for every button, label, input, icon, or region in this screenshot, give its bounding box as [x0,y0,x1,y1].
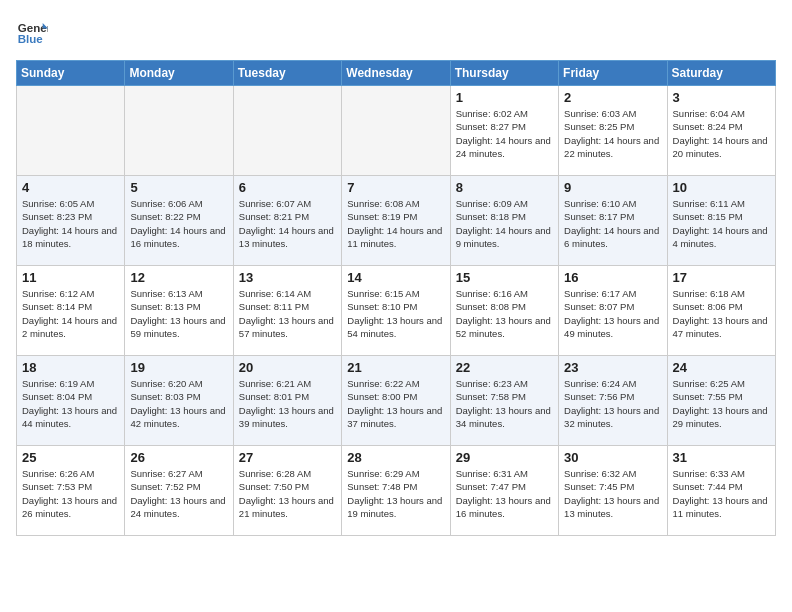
calendar-cell [17,86,125,176]
cell-info: Sunrise: 6:17 AMSunset: 8:07 PMDaylight:… [564,287,661,340]
cell-info: Sunrise: 6:06 AMSunset: 8:22 PMDaylight:… [130,197,227,250]
cell-info: Sunrise: 6:16 AMSunset: 8:08 PMDaylight:… [456,287,553,340]
day-number: 31 [673,450,770,465]
day-number: 3 [673,90,770,105]
day-number: 6 [239,180,336,195]
calendar-cell: 12Sunrise: 6:13 AMSunset: 8:13 PMDayligh… [125,266,233,356]
calendar-table: SundayMondayTuesdayWednesdayThursdayFrid… [16,60,776,536]
cell-info: Sunrise: 6:08 AMSunset: 8:19 PMDaylight:… [347,197,444,250]
calendar-cell: 10Sunrise: 6:11 AMSunset: 8:15 PMDayligh… [667,176,775,266]
calendar-cell [125,86,233,176]
day-number: 2 [564,90,661,105]
svg-text:Blue: Blue [18,33,44,45]
cell-info: Sunrise: 6:31 AMSunset: 7:47 PMDaylight:… [456,467,553,520]
cell-info: Sunrise: 6:04 AMSunset: 8:24 PMDaylight:… [673,107,770,160]
cell-info: Sunrise: 6:29 AMSunset: 7:48 PMDaylight:… [347,467,444,520]
calendar-cell: 25Sunrise: 6:26 AMSunset: 7:53 PMDayligh… [17,446,125,536]
calendar-cell: 16Sunrise: 6:17 AMSunset: 8:07 PMDayligh… [559,266,667,356]
calendar-cell: 13Sunrise: 6:14 AMSunset: 8:11 PMDayligh… [233,266,341,356]
calendar-cell: 2Sunrise: 6:03 AMSunset: 8:25 PMDaylight… [559,86,667,176]
cell-info: Sunrise: 6:05 AMSunset: 8:23 PMDaylight:… [22,197,119,250]
day-number: 10 [673,180,770,195]
day-number: 27 [239,450,336,465]
cell-info: Sunrise: 6:02 AMSunset: 8:27 PMDaylight:… [456,107,553,160]
cell-info: Sunrise: 6:18 AMSunset: 8:06 PMDaylight:… [673,287,770,340]
cell-info: Sunrise: 6:25 AMSunset: 7:55 PMDaylight:… [673,377,770,430]
cell-info: Sunrise: 6:19 AMSunset: 8:04 PMDaylight:… [22,377,119,430]
cell-info: Sunrise: 6:20 AMSunset: 8:03 PMDaylight:… [130,377,227,430]
cell-info: Sunrise: 6:28 AMSunset: 7:50 PMDaylight:… [239,467,336,520]
day-number: 26 [130,450,227,465]
calendar-cell: 27Sunrise: 6:28 AMSunset: 7:50 PMDayligh… [233,446,341,536]
cell-info: Sunrise: 6:26 AMSunset: 7:53 PMDaylight:… [22,467,119,520]
page-header: General Blue [16,16,776,48]
calendar-cell: 11Sunrise: 6:12 AMSunset: 8:14 PMDayligh… [17,266,125,356]
day-header-wednesday: Wednesday [342,61,450,86]
calendar-cell: 4Sunrise: 6:05 AMSunset: 8:23 PMDaylight… [17,176,125,266]
cell-info: Sunrise: 6:22 AMSunset: 8:00 PMDaylight:… [347,377,444,430]
day-number: 1 [456,90,553,105]
day-number: 22 [456,360,553,375]
calendar-cell: 1Sunrise: 6:02 AMSunset: 8:27 PMDaylight… [450,86,558,176]
calendar-cell: 28Sunrise: 6:29 AMSunset: 7:48 PMDayligh… [342,446,450,536]
calendar-cell: 26Sunrise: 6:27 AMSunset: 7:52 PMDayligh… [125,446,233,536]
day-number: 29 [456,450,553,465]
calendar-cell: 9Sunrise: 6:10 AMSunset: 8:17 PMDaylight… [559,176,667,266]
calendar-cell [342,86,450,176]
calendar-cell: 20Sunrise: 6:21 AMSunset: 8:01 PMDayligh… [233,356,341,446]
logo-icon: General Blue [16,16,48,48]
cell-info: Sunrise: 6:10 AMSunset: 8:17 PMDaylight:… [564,197,661,250]
cell-info: Sunrise: 6:15 AMSunset: 8:10 PMDaylight:… [347,287,444,340]
calendar-cell: 24Sunrise: 6:25 AMSunset: 7:55 PMDayligh… [667,356,775,446]
calendar-cell: 6Sunrise: 6:07 AMSunset: 8:21 PMDaylight… [233,176,341,266]
calendar-cell: 17Sunrise: 6:18 AMSunset: 8:06 PMDayligh… [667,266,775,356]
calendar-cell: 15Sunrise: 6:16 AMSunset: 8:08 PMDayligh… [450,266,558,356]
calendar-cell: 21Sunrise: 6:22 AMSunset: 8:00 PMDayligh… [342,356,450,446]
day-number: 19 [130,360,227,375]
day-number: 20 [239,360,336,375]
cell-info: Sunrise: 6:12 AMSunset: 8:14 PMDaylight:… [22,287,119,340]
calendar-cell: 30Sunrise: 6:32 AMSunset: 7:45 PMDayligh… [559,446,667,536]
day-number: 25 [22,450,119,465]
day-number: 12 [130,270,227,285]
day-number: 8 [456,180,553,195]
day-number: 13 [239,270,336,285]
cell-info: Sunrise: 6:32 AMSunset: 7:45 PMDaylight:… [564,467,661,520]
day-number: 5 [130,180,227,195]
logo: General Blue [16,16,48,48]
calendar-cell: 31Sunrise: 6:33 AMSunset: 7:44 PMDayligh… [667,446,775,536]
day-number: 15 [456,270,553,285]
calendar-cell: 3Sunrise: 6:04 AMSunset: 8:24 PMDaylight… [667,86,775,176]
cell-info: Sunrise: 6:33 AMSunset: 7:44 PMDaylight:… [673,467,770,520]
cell-info: Sunrise: 6:09 AMSunset: 8:18 PMDaylight:… [456,197,553,250]
day-number: 30 [564,450,661,465]
day-number: 7 [347,180,444,195]
cell-info: Sunrise: 6:07 AMSunset: 8:21 PMDaylight:… [239,197,336,250]
cell-info: Sunrise: 6:03 AMSunset: 8:25 PMDaylight:… [564,107,661,160]
day-number: 28 [347,450,444,465]
day-number: 16 [564,270,661,285]
day-number: 21 [347,360,444,375]
calendar-cell: 7Sunrise: 6:08 AMSunset: 8:19 PMDaylight… [342,176,450,266]
calendar-cell: 5Sunrise: 6:06 AMSunset: 8:22 PMDaylight… [125,176,233,266]
cell-info: Sunrise: 6:23 AMSunset: 7:58 PMDaylight:… [456,377,553,430]
calendar-cell: 22Sunrise: 6:23 AMSunset: 7:58 PMDayligh… [450,356,558,446]
day-header-monday: Monday [125,61,233,86]
day-header-friday: Friday [559,61,667,86]
day-number: 11 [22,270,119,285]
day-number: 23 [564,360,661,375]
calendar-cell: 8Sunrise: 6:09 AMSunset: 8:18 PMDaylight… [450,176,558,266]
cell-info: Sunrise: 6:14 AMSunset: 8:11 PMDaylight:… [239,287,336,340]
cell-info: Sunrise: 6:24 AMSunset: 7:56 PMDaylight:… [564,377,661,430]
calendar-cell: 18Sunrise: 6:19 AMSunset: 8:04 PMDayligh… [17,356,125,446]
calendar-cell: 19Sunrise: 6:20 AMSunset: 8:03 PMDayligh… [125,356,233,446]
calendar-cell: 29Sunrise: 6:31 AMSunset: 7:47 PMDayligh… [450,446,558,536]
day-number: 4 [22,180,119,195]
day-header-sunday: Sunday [17,61,125,86]
day-header-saturday: Saturday [667,61,775,86]
calendar-cell: 14Sunrise: 6:15 AMSunset: 8:10 PMDayligh… [342,266,450,356]
day-number: 14 [347,270,444,285]
day-number: 9 [564,180,661,195]
cell-info: Sunrise: 6:11 AMSunset: 8:15 PMDaylight:… [673,197,770,250]
day-header-thursday: Thursday [450,61,558,86]
